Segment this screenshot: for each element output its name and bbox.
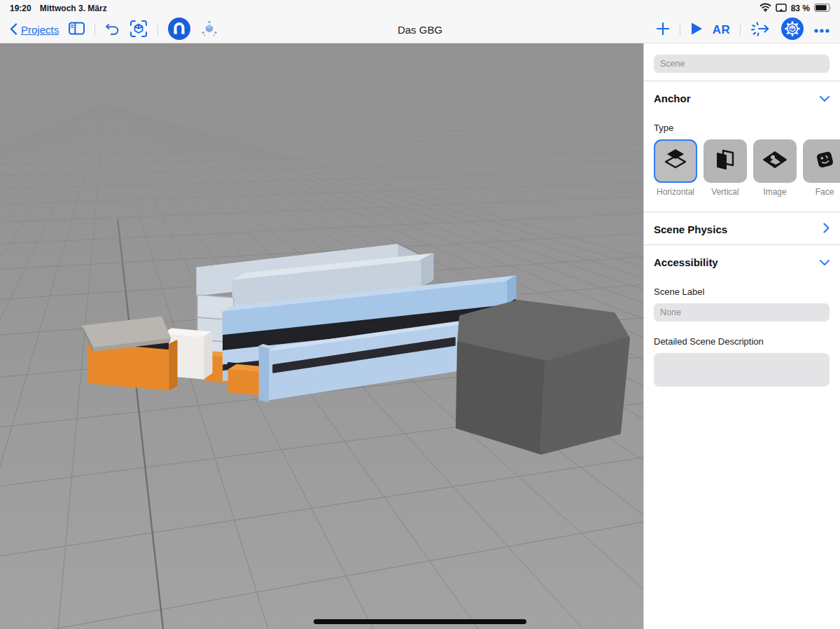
magnet-snap-icon bbox=[168, 18, 190, 43]
ar-label: AR bbox=[713, 23, 730, 37]
anchor-type-row bbox=[654, 139, 840, 183]
type-label: Type bbox=[654, 123, 830, 133]
section-divider bbox=[644, 244, 840, 245]
accessibility-title: Accessibility bbox=[654, 256, 718, 268]
gray-hexagonal-prism[interactable] bbox=[457, 301, 629, 453]
toolbar-divider bbox=[680, 24, 680, 36]
vertical-anchor-icon bbox=[715, 148, 736, 174]
undo-icon bbox=[105, 22, 120, 38]
inspector-panel: Scene Anchor Type bbox=[643, 43, 840, 629]
type-label-image: Image bbox=[753, 187, 797, 197]
face-anchor-icon bbox=[814, 148, 835, 174]
sidebar-icon bbox=[69, 22, 85, 38]
screen-mirroring-icon bbox=[776, 4, 787, 14]
anchor-type-labels: Horizontal Vertical Image Face bbox=[654, 187, 840, 197]
add-object-button[interactable] bbox=[656, 22, 670, 39]
type-label-vertical: Vertical bbox=[704, 187, 747, 197]
section-divider bbox=[644, 81, 840, 81]
accessibility-header[interactable]: Accessibility bbox=[654, 254, 830, 270]
properties-gear-icon bbox=[781, 18, 804, 43]
status-date: Mittwoch 3. März bbox=[40, 4, 107, 13]
type-label-face: Face bbox=[803, 187, 840, 197]
ghost-cube-icon bbox=[200, 20, 218, 41]
image-anchor-icon bbox=[762, 151, 788, 172]
anchor-type-vertical[interactable] bbox=[704, 139, 747, 183]
scene-name-field[interactable]: Scene bbox=[654, 55, 830, 73]
play-icon bbox=[690, 22, 703, 39]
scene-physics-title: Scene Physics bbox=[654, 223, 727, 235]
scene-viewport[interactable] bbox=[0, 43, 643, 629]
description-textarea[interactable] bbox=[654, 353, 830, 387]
toolbar-divider bbox=[740, 24, 741, 36]
chevron-down-icon bbox=[820, 92, 830, 104]
section-divider bbox=[644, 212, 840, 212]
home-indicator[interactable] bbox=[314, 619, 526, 624]
toolbar-divider bbox=[94, 24, 95, 36]
more-button[interactable] bbox=[813, 24, 830, 36]
battery-icon bbox=[814, 4, 832, 14]
back-label: Projects bbox=[21, 24, 59, 36]
anchor-title: Anchor bbox=[654, 92, 691, 104]
scene-label-placeholder: None bbox=[660, 307, 681, 317]
chevron-right-icon bbox=[823, 223, 830, 236]
scene-label-label: Scene Label bbox=[654, 286, 830, 297]
wifi-icon bbox=[760, 3, 771, 14]
scan-object-icon bbox=[130, 20, 148, 41]
back-chevron-icon bbox=[10, 23, 18, 37]
toolbar-divider bbox=[158, 24, 158, 36]
scene-name-placeholder: Scene bbox=[660, 59, 685, 69]
toolbar: Projects Das G bbox=[0, 17, 840, 43]
chevron-down-icon bbox=[820, 256, 830, 268]
horizontal-anchor-icon bbox=[663, 148, 688, 174]
scene-physics-header[interactable]: Scene Physics bbox=[654, 221, 830, 237]
status-time: 19:20 bbox=[10, 4, 31, 13]
anchor-type-image[interactable] bbox=[753, 139, 797, 183]
add-icon bbox=[656, 22, 670, 39]
magnet-snap-button[interactable] bbox=[168, 18, 190, 43]
scene-label-field[interactable]: None bbox=[654, 303, 830, 322]
launch-rays-icon bbox=[750, 20, 771, 40]
back-button[interactable]: Projects bbox=[10, 23, 59, 37]
description-label: Detailed Scene Description bbox=[654, 336, 830, 347]
scan-object-button[interactable] bbox=[130, 20, 148, 41]
anchor-type-horizontal[interactable] bbox=[654, 139, 697, 183]
battery-percent: 83 % bbox=[791, 4, 810, 13]
ar-toggle-button[interactable]: AR bbox=[713, 23, 730, 37]
more-icon bbox=[813, 24, 830, 36]
sidebar-toggle-button[interactable] bbox=[69, 22, 85, 38]
status-bar: 19:20 Mittwoch 3. März 83 % bbox=[0, 0, 840, 17]
orange-table-with-plate[interactable] bbox=[83, 317, 176, 389]
play-button[interactable] bbox=[690, 22, 703, 39]
ghost-cube-button[interactable] bbox=[200, 20, 218, 41]
undo-button[interactable] bbox=[105, 22, 120, 38]
launch-button[interactable] bbox=[750, 20, 771, 40]
anchor-section-header[interactable]: Anchor bbox=[654, 90, 830, 106]
type-label-horizontal: Horizontal bbox=[654, 187, 697, 197]
anchor-type-face[interactable] bbox=[803, 139, 840, 183]
properties-toggle-button[interactable] bbox=[781, 18, 804, 43]
